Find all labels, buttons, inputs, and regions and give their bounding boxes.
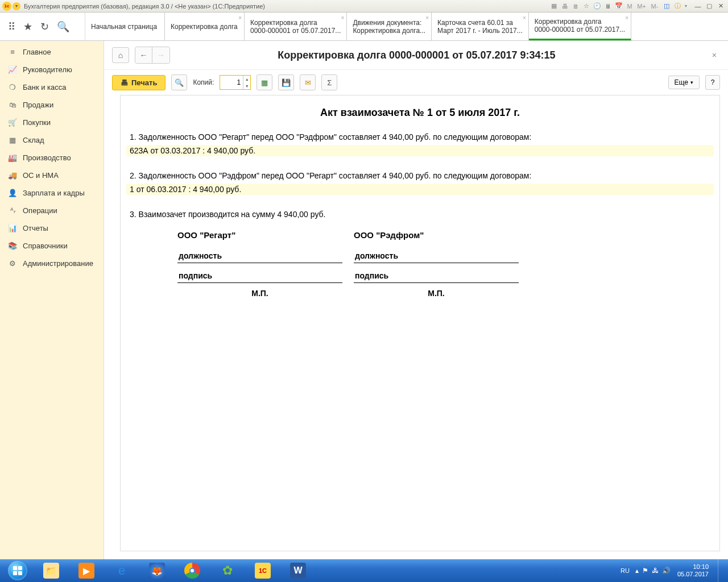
- favorites-icon[interactable]: ★: [23, 20, 32, 33]
- content-area: ⌂ ← → Корректировка долга 0000-000001 от…: [104, 41, 728, 559]
- sidebar-item[interactable]: 🛒Покупки: [0, 114, 104, 131]
- sidebar-item[interactable]: ❍Банк и касса: [0, 78, 104, 96]
- tab-close[interactable]: ×: [238, 15, 242, 21]
- clock-time: 10:10: [677, 563, 709, 571]
- tb-icon-link[interactable]: 🕘: [593, 2, 602, 11]
- sidebar-item[interactable]: 📚Справочники: [0, 237, 104, 255]
- task-1c[interactable]: 1C: [246, 560, 280, 581]
- sidebar-item[interactable]: 🚚ОС и НМА: [0, 167, 104, 184]
- tb-icon-star[interactable]: ☆: [582, 2, 591, 11]
- tb-m[interactable]: M: [625, 2, 634, 11]
- sidebar-item[interactable]: ≡Главное: [0, 43, 104, 61]
- document-tab[interactable]: Начальная страница: [85, 13, 165, 40]
- tb-icon-grid[interactable]: ▦: [549, 2, 559, 11]
- sidebar-item-label: Главное: [23, 48, 51, 56]
- tab-close[interactable]: ×: [625, 15, 628, 21]
- window-titlebar: 1c ▾ Бухгалтерия предприятия (базовая), …: [0, 0, 728, 13]
- help-button[interactable]: ?: [705, 75, 720, 90]
- tab-close[interactable]: ×: [425, 15, 429, 21]
- sidebar-item-label: Продажи: [23, 101, 53, 109]
- search-icon[interactable]: 🔍: [57, 20, 69, 33]
- tb-icon-doc[interactable]: 🗎: [571, 2, 580, 11]
- tray-volume-icon[interactable]: 🔊: [662, 567, 671, 575]
- print-icon: 🖶: [121, 78, 128, 87]
- sidebar-item-label: Операции: [23, 206, 57, 215]
- sum-button[interactable]: Σ: [321, 74, 337, 90]
- org1-position: должность: [177, 249, 342, 263]
- tb-icon-info-dd[interactable]: ▾: [684, 2, 688, 11]
- preview-button[interactable]: 🔍: [171, 74, 187, 90]
- sidebar-item-label: Производство: [23, 153, 71, 162]
- sidebar-item[interactable]: 🏭Производство: [0, 149, 104, 167]
- task-word[interactable]: W: [281, 560, 315, 581]
- document-title: Корректировка долга 0000-000001 от 05.07…: [130, 49, 703, 61]
- sidebar-item[interactable]: ▦Склад: [0, 131, 104, 149]
- sidebar-item[interactable]: ᴬᵣОперации: [0, 202, 104, 219]
- email-button[interactable]: ✉: [300, 74, 316, 90]
- task-explorer[interactable]: 📁: [34, 560, 68, 581]
- act-detail-1: 623А от 03.03.2017 : 4 940,00 руб.: [126, 145, 714, 156]
- window-close[interactable]: ✕: [715, 2, 726, 10]
- svg-rect-3: [18, 571, 22, 575]
- window-minimize[interactable]: —: [693, 2, 703, 10]
- document-tab[interactable]: Движения документа:Корректировка долга..…: [347, 13, 432, 40]
- tray-network-icon[interactable]: 🖧: [652, 567, 659, 575]
- sidebar-item-icon: ❍: [8, 83, 17, 92]
- taskbar-clock[interactable]: 10:10 05.07.2017: [674, 563, 712, 578]
- document-close[interactable]: ×: [709, 51, 720, 60]
- task-icq[interactable]: ✿: [210, 560, 245, 581]
- sidebar-item-icon: 👤: [8, 189, 17, 197]
- document-tab[interactable]: Корректировка долга0000-000001 от 05.07.…: [529, 13, 631, 40]
- task-wmp[interactable]: ▶: [69, 560, 104, 581]
- copies-spinner[interactable]: ▲ ▼: [220, 75, 251, 90]
- history-icon[interactable]: ↻: [40, 20, 49, 33]
- home-button[interactable]: ⌂: [112, 47, 129, 63]
- tab-close[interactable]: ×: [341, 15, 345, 21]
- language-indicator[interactable]: RU: [618, 566, 632, 575]
- print-button[interactable]: 🖶 Печать: [112, 75, 166, 90]
- task-firefox[interactable]: 🦊: [140, 560, 174, 581]
- tb-m-plus[interactable]: M+: [636, 2, 647, 11]
- sidebar-item-icon: ▦: [8, 136, 17, 144]
- tb-icon-print[interactable]: 🖶: [560, 2, 569, 11]
- start-button[interactable]: [2, 560, 33, 581]
- app-icon: 1c: [2, 2, 11, 11]
- document-tab[interactable]: Корректировка долга×: [165, 13, 245, 40]
- system-tray: RU ▴ ⚑ 🖧 🔊 10:10 05.07.2017: [615, 559, 728, 582]
- tb-m-minus[interactable]: M-: [649, 2, 660, 11]
- copies-input[interactable]: [220, 76, 243, 89]
- window-maximize[interactable]: ▢: [704, 2, 714, 10]
- sidebar-item[interactable]: 📈Руководителю: [0, 61, 104, 78]
- windows-orb-icon: [8, 561, 27, 580]
- tray-show-hidden[interactable]: ▴: [635, 567, 639, 575]
- sidebar-item[interactable]: ⚙Администрирование: [0, 255, 104, 272]
- act-paragraph-2: 2. Задолженность ООО "Рэдфром" перед ООО…: [126, 171, 714, 180]
- excel-button[interactable]: ▦: [257, 74, 272, 90]
- sidebar-item[interactable]: 👤Зарплата и кадры: [0, 184, 104, 202]
- document-tab[interactable]: Карточка счета 60.01 заМарт 2017 г. - Ию…: [432, 13, 529, 40]
- spin-down[interactable]: ▼: [243, 82, 250, 89]
- org2-signature: подпись: [354, 269, 519, 283]
- tb-icon-calc[interactable]: 🖩: [603, 2, 613, 11]
- tb-icon-cal[interactable]: 📅: [614, 2, 623, 11]
- more-button[interactable]: Еще ▾: [668, 76, 700, 89]
- task-chrome[interactable]: [175, 560, 209, 581]
- chevron-down-icon: ▾: [690, 80, 693, 85]
- tb-icon-info[interactable]: ⓘ: [673, 2, 682, 11]
- tab-line1: Корректировка долга: [171, 23, 238, 31]
- tab-close[interactable]: ×: [523, 15, 526, 21]
- spin-up[interactable]: ▲: [243, 76, 250, 82]
- act-detail-2: 1 от 06.03.2017 : 4 940,00 руб.: [126, 184, 714, 195]
- apps-icon[interactable]: ⠿: [8, 20, 15, 33]
- tray-flag-icon[interactable]: ⚑: [642, 567, 648, 575]
- sidebar-item[interactable]: 📊Отчеты: [0, 219, 104, 237]
- show-desktop-button[interactable]: [718, 559, 725, 582]
- app-menu-dropdown[interactable]: ▾: [13, 2, 20, 10]
- sidebar-item[interactable]: 🛍Продажи: [0, 96, 104, 114]
- document-tab[interactable]: Корректировка долга0000-000001 от 05.07.…: [245, 13, 347, 40]
- tb-icon-panels[interactable]: ◫: [662, 2, 671, 11]
- task-ie[interactable]: e: [105, 560, 139, 581]
- top-row: ⠿ ★ ↻ 🔍 Начальная страницаКорректировка …: [0, 13, 728, 41]
- sidebar-item-label: Справочники: [23, 242, 68, 250]
- save-button[interactable]: 💾: [278, 74, 294, 90]
